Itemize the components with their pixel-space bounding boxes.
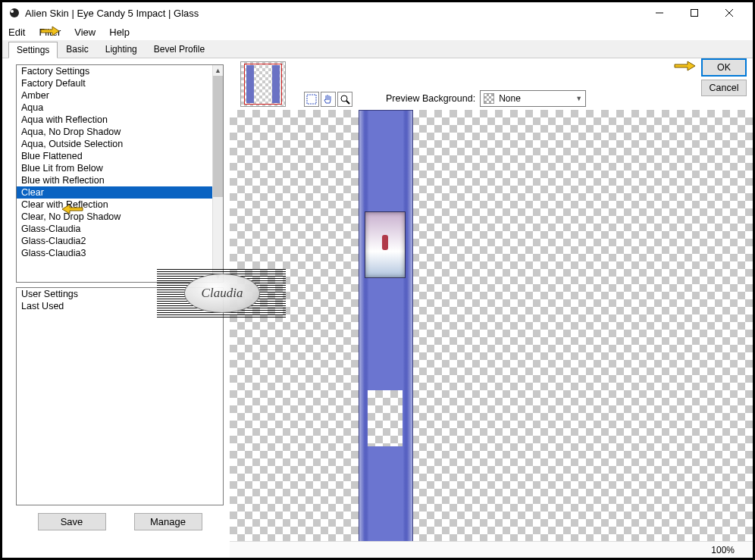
main-content: Factory SettingsFactory DefaultAmberAqua… xyxy=(2,58,753,558)
preset-item[interactable]: Aqua xyxy=(17,102,212,114)
preset-item[interactable]: Glass-Claudia3 xyxy=(17,247,212,259)
svg-point-0 xyxy=(10,8,19,17)
preset-item[interactable]: Clear xyxy=(17,186,212,199)
scroll-down-icon[interactable]: ▼ xyxy=(213,271,223,282)
transparent-hole-preview xyxy=(368,390,403,446)
preview-thumbnail[interactable] xyxy=(240,61,286,107)
transparency-swatch-icon xyxy=(484,93,494,104)
svg-rect-6 xyxy=(307,95,316,104)
svg-line-8 xyxy=(346,101,349,104)
zoom-level: 100% xyxy=(711,545,735,555)
preset-item[interactable]: Factory Settings xyxy=(17,65,212,77)
menubar: Edit Filter View Help xyxy=(2,23,753,40)
window-buttons xyxy=(642,2,747,23)
preset-item[interactable]: Blue with Reflection xyxy=(17,174,212,186)
close-button[interactable] xyxy=(712,2,747,23)
preset-buttons-row: Save Manage xyxy=(16,510,224,533)
user-preset-item[interactable]: User Settings xyxy=(17,288,223,300)
svg-point-7 xyxy=(341,95,347,102)
embedded-image-preview xyxy=(365,211,406,278)
minimize-button[interactable] xyxy=(642,2,677,23)
tab-settings[interactable]: Settings xyxy=(8,42,58,58)
zoom-tool-icon[interactable] xyxy=(337,92,352,107)
scroll-up-icon[interactable]: ▲ xyxy=(213,65,223,76)
tutorial-pointer-icon xyxy=(39,22,61,40)
tabs-row: Settings Basic Lighting Bevel Profile xyxy=(2,40,753,58)
glass-effect-preview xyxy=(359,110,413,541)
preview-toolbar: Preview Background: None ▼ OK Cancel xyxy=(230,58,753,110)
menu-edit[interactable]: Edit xyxy=(8,27,25,38)
preview-tool-icons xyxy=(304,92,352,107)
tab-basic[interactable]: Basic xyxy=(58,41,96,58)
tab-lighting[interactable]: Lighting xyxy=(97,41,146,58)
preset-item[interactable]: Amber xyxy=(17,89,212,102)
preset-item[interactable]: Clear with Reflection xyxy=(17,199,212,211)
maximize-button[interactable] xyxy=(677,2,712,23)
preview-background-select[interactable]: None ▼ xyxy=(480,90,586,107)
save-button[interactable]: Save xyxy=(38,513,106,530)
preview-canvas[interactable] xyxy=(230,110,753,541)
titlebar: Alien Skin | Eye Candy 5 Impact | Glass xyxy=(2,2,753,23)
ok-button[interactable]: OK xyxy=(701,58,747,77)
scroll-thumb[interactable] xyxy=(213,76,223,197)
scrollbar[interactable]: ▲ ▼ xyxy=(212,65,223,282)
preview-background-value: None xyxy=(499,93,575,104)
hand-tool-icon[interactable] xyxy=(321,92,336,107)
marquee-tool-icon[interactable] xyxy=(304,92,319,107)
preview-background-label: Preview Background: xyxy=(386,93,475,104)
preset-item[interactable]: Aqua, Outside Selection xyxy=(17,138,212,150)
dialog-action-buttons: OK Cancel xyxy=(701,58,747,96)
preset-item[interactable]: Clear, No Drop Shadow xyxy=(17,211,212,223)
preview-area: Preview Background: None ▼ OK Cancel xyxy=(230,58,753,558)
tab-bevel-profile[interactable]: Bevel Profile xyxy=(146,41,213,58)
preset-item[interactable]: Aqua, No Drop Shadow xyxy=(17,126,212,138)
preset-item[interactable]: Factory Default xyxy=(17,77,212,89)
preset-item[interactable]: Aqua with Reflection xyxy=(17,114,212,126)
svg-point-1 xyxy=(11,10,14,13)
window-title: Alien Skin | Eye Candy 5 Impact | Glass xyxy=(25,8,642,19)
tutorial-pointer-icon xyxy=(672,58,698,75)
chevron-down-icon: ▼ xyxy=(575,95,582,102)
app-icon xyxy=(8,7,20,19)
factory-presets-listbox[interactable]: Factory SettingsFactory DefaultAmberAqua… xyxy=(16,64,224,283)
statusbar: 100% xyxy=(230,541,753,558)
menu-help[interactable]: Help xyxy=(109,27,130,38)
settings-panel: Factory SettingsFactory DefaultAmberAqua… xyxy=(2,58,230,558)
cancel-button[interactable]: Cancel xyxy=(701,80,747,96)
svg-rect-3 xyxy=(691,10,698,17)
preset-item[interactable]: Blue Flattened xyxy=(17,150,212,162)
preset-item[interactable]: Blue Lit from Below xyxy=(17,162,212,174)
tutorial-pointer-icon xyxy=(59,200,85,218)
user-preset-item[interactable]: Last Used xyxy=(17,300,223,312)
preset-item[interactable]: Glass-Claudia xyxy=(17,223,212,235)
preset-item[interactable]: Glass-Claudia2 xyxy=(17,235,212,247)
menu-view[interactable]: View xyxy=(74,27,96,38)
window-root: Alien Skin | Eye Candy 5 Impact | Glass … xyxy=(0,0,755,560)
user-presets-listbox[interactable]: User SettingsLast Used xyxy=(16,287,224,505)
manage-button[interactable]: Manage xyxy=(134,513,202,530)
